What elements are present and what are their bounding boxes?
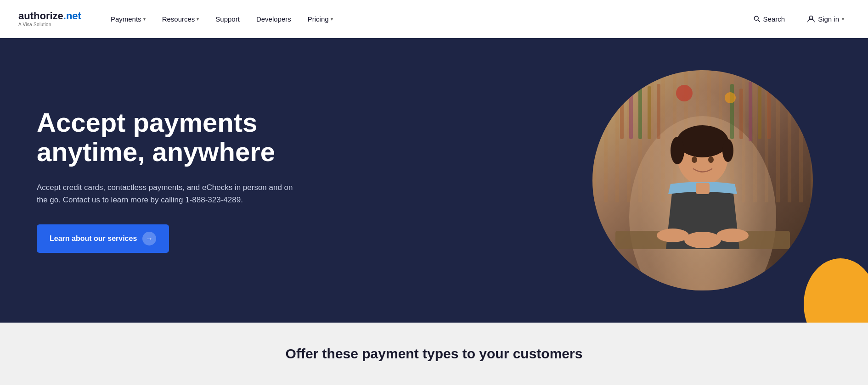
nav-payments-label: Payments <box>111 15 141 23</box>
signin-button[interactable]: Sign in ▾ <box>801 11 850 27</box>
hero-description: Accept credit cards, contactless payment… <box>37 181 303 206</box>
arrow-right-icon: → <box>142 232 156 246</box>
hero-cta-button[interactable]: Learn about our services → <box>37 224 169 253</box>
nav-resources[interactable]: Resources ▾ <box>156 11 206 27</box>
signin-label: Sign in <box>818 15 839 23</box>
svg-point-19 <box>671 137 684 164</box>
svg-point-24 <box>716 229 749 242</box>
nav-resources-label: Resources <box>162 15 195 23</box>
chevron-down-icon: ▾ <box>143 17 146 22</box>
svg-rect-11 <box>749 82 752 141</box>
search-button[interactable]: Search <box>748 11 791 27</box>
svg-point-21 <box>692 156 697 163</box>
svg-point-14 <box>676 85 693 101</box>
nav-links: Payments ▾ Resources ▾ Support Developer… <box>104 11 748 27</box>
hero-cta-label: Learn about our services <box>50 234 137 243</box>
payment-types-title: Offer these payment types to your custom… <box>286 346 583 362</box>
logo-tagline: A Visa Solution <box>18 22 81 27</box>
svg-rect-12 <box>758 86 761 139</box>
chevron-down-icon: ▾ <box>197 17 199 22</box>
svg-rect-6 <box>638 82 642 139</box>
svg-rect-10 <box>739 89 743 139</box>
svg-rect-8 <box>657 84 660 139</box>
svg-point-2 <box>810 16 813 19</box>
nav-pricing[interactable]: Pricing ▾ <box>301 11 339 27</box>
svg-point-22 <box>708 156 714 163</box>
svg-point-25 <box>684 232 721 248</box>
nav-right: Search Sign in ▾ <box>748 11 850 27</box>
svg-rect-9 <box>730 84 734 139</box>
chevron-down-icon: ▾ <box>842 17 844 22</box>
nav-developers-label: Developers <box>256 15 291 23</box>
svg-rect-7 <box>648 86 651 139</box>
decorative-circle <box>804 258 868 323</box>
hero-image-area <box>592 70 813 290</box>
svg-rect-4 <box>620 84 624 139</box>
nav-pricing-label: Pricing <box>308 15 329 23</box>
chevron-down-icon: ▾ <box>331 17 333 22</box>
nav-support[interactable]: Support <box>209 11 246 27</box>
svg-line-1 <box>758 20 760 22</box>
nav-payments[interactable]: Payments ▾ <box>104 11 152 27</box>
svg-point-18 <box>677 125 728 157</box>
svg-rect-26 <box>696 183 710 194</box>
hero-image-circle <box>592 70 813 290</box>
search-icon <box>753 15 761 22</box>
user-icon <box>807 15 815 23</box>
svg-point-15 <box>725 92 736 103</box>
svg-rect-5 <box>629 89 633 139</box>
logo[interactable]: authorize.net A Visa Solution <box>18 11 81 27</box>
hero-content: Accept payments anytime, anywhere Accept… <box>37 108 358 253</box>
logo-text: authorize.net <box>18 11 81 22</box>
svg-point-23 <box>657 229 689 242</box>
svg-point-20 <box>722 139 733 162</box>
payment-types-section: Offer these payment types to your custom… <box>0 323 868 385</box>
svg-rect-13 <box>767 84 771 139</box>
nav-support-label: Support <box>215 15 240 23</box>
svg-point-0 <box>754 16 758 20</box>
nav-developers[interactable]: Developers <box>250 11 298 27</box>
main-nav: authorize.net A Visa Solution Payments ▾… <box>0 0 868 38</box>
hero-title: Accept payments anytime, anywhere <box>37 108 358 167</box>
hero-section: Accept payments anytime, anywhere Accept… <box>0 38 868 323</box>
bartender-illustration <box>592 70 813 290</box>
search-label: Search <box>763 15 785 23</box>
